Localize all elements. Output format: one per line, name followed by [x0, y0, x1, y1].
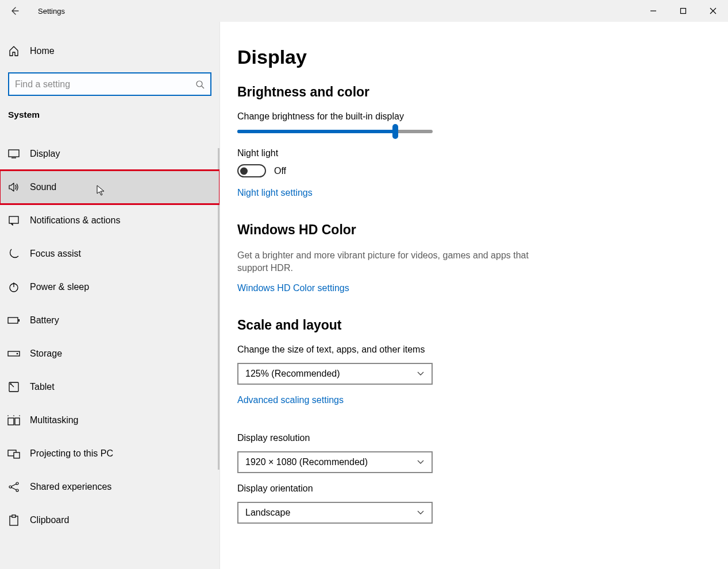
hd-section-title: Windows HD Color: [237, 222, 711, 238]
night-light-settings-link[interactable]: Night light settings: [237, 188, 313, 198]
nav-sound[interactable]: Sound: [0, 171, 219, 204]
toggle-knob: [240, 167, 248, 175]
nav-notifications[interactable]: Notifications & actions: [0, 204, 219, 237]
nav-label: Projecting to this PC: [30, 448, 113, 459]
nav-label: Shared experiences: [30, 482, 111, 492]
svg-rect-10: [18, 319, 20, 322]
nav-label: Tablet: [30, 382, 55, 392]
scale-size-label: Change the size of text, apps, and other…: [237, 345, 711, 355]
nav-storage[interactable]: Storage: [0, 337, 219, 370]
nav-power-sleep[interactable]: Power & sleep: [0, 270, 219, 304]
projecting-icon: [7, 448, 20, 459]
nav-multitasking[interactable]: Multitasking: [0, 404, 219, 437]
svg-line-24: [11, 484, 16, 486]
nav-label: Power & sleep: [30, 282, 89, 292]
orientation-dropdown[interactable]: Landscape: [237, 502, 433, 524]
hd-desc: Get a brighter and more vibrant picture …: [237, 249, 548, 275]
search-box[interactable]: [8, 72, 211, 96]
close-button[interactable]: [698, 0, 728, 22]
nav-list: Display Sound Notifications & actions: [0, 137, 219, 537]
nav-projecting[interactable]: Projecting to this PC: [0, 437, 219, 470]
svg-rect-1: [681, 9, 686, 14]
dropdown-value: 125% (Recommended): [245, 369, 340, 379]
night-light-state: Off: [274, 166, 286, 176]
nav-focus-assist[interactable]: Focus assist: [0, 237, 219, 270]
night-light-toggle[interactable]: [237, 164, 266, 177]
notifications-icon: [7, 215, 20, 226]
display-icon: [7, 149, 20, 158]
resolution-dropdown[interactable]: 1920 × 1080 (Recommended): [237, 451, 433, 473]
svg-point-22: [16, 482, 18, 485]
slider-thumb[interactable]: [392, 124, 398, 139]
nav-display[interactable]: Display: [0, 137, 219, 171]
scale-section-title: Scale and layout: [237, 318, 711, 333]
svg-rect-20: [14, 452, 20, 458]
page-title: Display: [237, 46, 711, 68]
adv-scaling-link[interactable]: Advanced scaling settings: [237, 395, 344, 405]
nav-label: Storage: [30, 349, 62, 359]
nav-label: Notifications & actions: [30, 215, 120, 226]
nav-clipboard[interactable]: Clipboard: [0, 504, 219, 537]
storage-icon: [7, 350, 20, 358]
brightness-slider[interactable]: [237, 130, 433, 133]
chevron-down-icon: [417, 459, 425, 465]
multitasking-icon: [7, 415, 20, 425]
content: Display Brightness and color Change brig…: [220, 22, 728, 569]
resolution-label: Display resolution: [237, 433, 711, 443]
hd-settings-link[interactable]: Windows HD Color settings: [237, 283, 349, 293]
svg-point-21: [9, 486, 11, 488]
category-label: System: [8, 110, 219, 120]
orientation-label: Display orientation: [237, 483, 711, 494]
window-title: Settings: [38, 7, 65, 16]
nav-shared-experiences[interactable]: Shared experiences: [0, 470, 219, 504]
search-icon: [195, 80, 205, 89]
home-button[interactable]: Home: [0, 34, 219, 68]
cursor-icon: [97, 185, 106, 196]
svg-line-3: [202, 86, 204, 88]
svg-rect-14: [8, 418, 14, 425]
nav-label: Display: [30, 149, 60, 159]
home-icon: [7, 45, 20, 57]
svg-rect-9: [8, 318, 18, 323]
nav-battery[interactable]: Battery: [0, 304, 219, 337]
night-light-label: Night light: [237, 148, 711, 158]
svg-rect-6: [9, 216, 18, 223]
sidebar: Home System Display Sound: [0, 22, 220, 569]
home-label: Home: [30, 46, 55, 56]
nav-label: Focus assist: [30, 249, 81, 259]
scale-size-dropdown[interactable]: 125% (Recommended): [237, 363, 433, 385]
nav-label: Battery: [30, 315, 59, 326]
svg-line-25: [11, 487, 16, 490]
slider-fill: [237, 130, 395, 133]
maximize-button[interactable]: [668, 0, 698, 22]
nav-label: Multitasking: [30, 415, 78, 425]
chevron-down-icon: [417, 510, 425, 516]
titlebar: Settings: [0, 0, 728, 22]
chevron-down-icon: [417, 371, 425, 377]
brightness-section-title: Brightness and color: [237, 84, 711, 100]
dropdown-value: Landscape: [245, 508, 290, 518]
svg-point-2: [197, 81, 202, 87]
tablet-icon: [7, 381, 20, 393]
shared-icon: [7, 481, 20, 493]
dropdown-value: 1920 × 1080 (Recommended): [245, 457, 368, 467]
svg-rect-27: [12, 515, 16, 517]
focus-assist-icon: [7, 248, 20, 260]
svg-rect-15: [15, 418, 20, 425]
back-button[interactable]: [0, 0, 29, 22]
search-input[interactable]: [15, 79, 195, 90]
svg-point-12: [17, 353, 18, 355]
minimize-button[interactable]: [638, 0, 668, 22]
power-icon: [7, 281, 20, 293]
nav-label: Clipboard: [30, 515, 69, 525]
sound-icon: [7, 182, 20, 192]
nav-label: Sound: [30, 182, 56, 192]
nav-tablet[interactable]: Tablet: [0, 370, 219, 404]
svg-point-23: [16, 489, 18, 491]
brightness-label: Change brightness for the built-in displ…: [237, 111, 711, 122]
svg-rect-4: [9, 150, 19, 157]
clipboard-icon: [7, 514, 20, 526]
battery-icon: [7, 316, 20, 324]
